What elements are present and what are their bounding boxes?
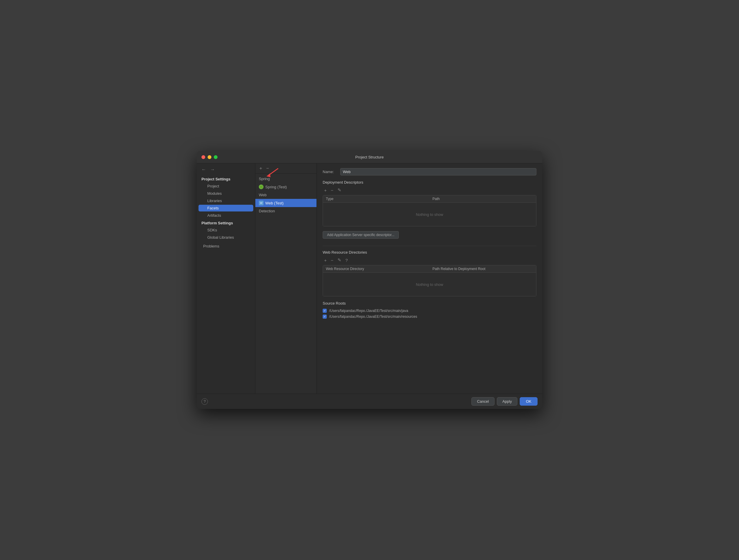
apply-button[interactable]: Apply <box>497 397 518 406</box>
title-bar: Project Structure <box>197 151 542 163</box>
facet-list: Spring 🌿 Spring (Test) Web W Web (Test) <box>255 174 316 394</box>
source-root-item-0: ✓ /Users/fatpandac/Repo./JavaEE/Test/src… <box>323 308 537 314</box>
middle-panel: + − Spring 🌿 Spring (Test) Web <box>255 163 317 394</box>
facet-item-detection[interactable]: Detection <box>255 207 316 215</box>
close-button[interactable] <box>201 155 205 159</box>
sidebar: ← → Project Settings Project Modules Lib… <box>197 163 255 394</box>
main-content: Name: Deployment Descriptors + − ✎ Type … <box>317 163 542 394</box>
bottom-bar: ? Cancel Apply OK <box>197 394 542 409</box>
name-input[interactable] <box>340 168 537 175</box>
help-resource-button[interactable]: ? <box>344 257 349 263</box>
source-roots-title: Source Roots <box>323 301 537 305</box>
type-column-header: Type <box>323 195 430 202</box>
facet-item-spring[interactable]: Spring <box>255 175 316 183</box>
add-resource-button[interactable]: + <box>323 257 328 263</box>
web-resource-title: Web Resource Directories <box>323 250 537 255</box>
facet-item-web[interactable]: Web <box>255 191 316 199</box>
sidebar-item-artifacts[interactable]: Artifacts <box>198 212 253 219</box>
deployment-descriptors-title: Deployment Descriptors <box>323 180 537 184</box>
deployment-nothing-to-show: Nothing to show <box>416 213 443 217</box>
remove-resource-button[interactable]: − <box>329 257 335 263</box>
source-roots-section: Source Roots ✓ /Users/fatpandac/Repo./Ja… <box>323 301 537 319</box>
project-structure-window: Project Structure ← → Project Settings P… <box>197 151 542 409</box>
add-descriptor-button[interactable]: + <box>323 187 328 193</box>
deployment-toolbar: + − ✎ <box>323 187 537 193</box>
deployment-table: Type Path Nothing to show <box>323 195 537 227</box>
name-label: Name: <box>323 170 337 174</box>
path-relative-header: Path Relative to Deployment Root <box>430 265 536 272</box>
sidebar-nav: ← → <box>197 166 255 175</box>
web-icon: W <box>259 200 264 205</box>
sidebar-item-facets[interactable]: Facets <box>198 205 253 212</box>
sidebar-item-modules[interactable]: Modules <box>198 190 253 197</box>
platform-settings-header: Platform Settings <box>197 219 255 227</box>
traffic-lights <box>201 155 217 159</box>
edit-resource-button[interactable]: ✎ <box>336 257 343 263</box>
web-resource-table: Web Resource Directory Path Relative to … <box>323 265 537 296</box>
window-title: Project Structure <box>355 155 384 159</box>
source-root-checkbox-1[interactable]: ✓ <box>323 314 327 319</box>
divider <box>323 246 537 246</box>
web-resource-nothing-to-show: Nothing to show <box>416 282 443 287</box>
edit-descriptor-button[interactable]: ✎ <box>336 187 343 193</box>
deployment-table-header: Type Path <box>323 195 536 203</box>
path-column-header: Path <box>430 195 536 202</box>
sidebar-item-problems[interactable]: Problems <box>198 242 253 250</box>
back-button[interactable]: ← <box>200 166 207 173</box>
web-resource-table-body: Nothing to show <box>323 273 536 296</box>
remove-facet-button[interactable]: − <box>264 165 271 172</box>
project-settings-header: Project Settings <box>197 175 255 182</box>
forward-button[interactable]: → <box>209 166 216 173</box>
web-resource-dir-header: Web Resource Directory <box>323 265 430 272</box>
help-button[interactable]: ? <box>201 398 208 405</box>
source-root-item-1: ✓ /Users/fatpandac/Repo./JavaEE/Test/src… <box>323 314 537 319</box>
web-resource-table-header: Web Resource Directory Path Relative to … <box>323 265 536 273</box>
source-root-path-0: /Users/fatpandac/Repo./JavaEE/Test/src/m… <box>329 309 408 313</box>
remove-descriptor-button[interactable]: − <box>329 187 335 193</box>
sidebar-item-sdks[interactable]: SDKs <box>198 227 253 234</box>
cancel-button[interactable]: Cancel <box>471 397 494 406</box>
middle-toolbar: + − <box>255 163 316 174</box>
add-facet-button[interactable]: + <box>258 165 264 172</box>
sidebar-item-global-libraries[interactable]: Global Libraries <box>198 234 253 241</box>
source-root-checkbox-0[interactable]: ✓ <box>323 309 327 313</box>
sidebar-item-project[interactable]: Project <box>198 183 253 189</box>
maximize-button[interactable] <box>214 155 217 159</box>
source-root-path-1: /Users/fatpandac/Repo./JavaEE/Test/src/m… <box>329 314 417 319</box>
action-buttons: Cancel Apply OK <box>471 397 538 406</box>
web-resource-toolbar: + − ✎ ? <box>323 257 537 263</box>
facet-item-web-test[interactable]: W Web (Test) <box>255 199 316 207</box>
minimize-button[interactable] <box>207 155 211 159</box>
add-server-descriptor-button[interactable]: Add Application Server specific descript… <box>323 231 399 239</box>
sidebar-item-libraries[interactable]: Libraries <box>198 197 253 204</box>
facet-item-spring-test[interactable]: 🌿 Spring (Test) <box>255 183 316 191</box>
ok-button[interactable]: OK <box>520 397 538 406</box>
content-area: Name: Deployment Descriptors + − ✎ Type … <box>317 163 542 394</box>
spring-icon: 🌿 <box>259 184 264 189</box>
deployment-table-body: Nothing to show <box>323 203 536 226</box>
name-field-row: Name: <box>323 168 537 175</box>
window-body: ← → Project Settings Project Modules Lib… <box>197 163 542 394</box>
